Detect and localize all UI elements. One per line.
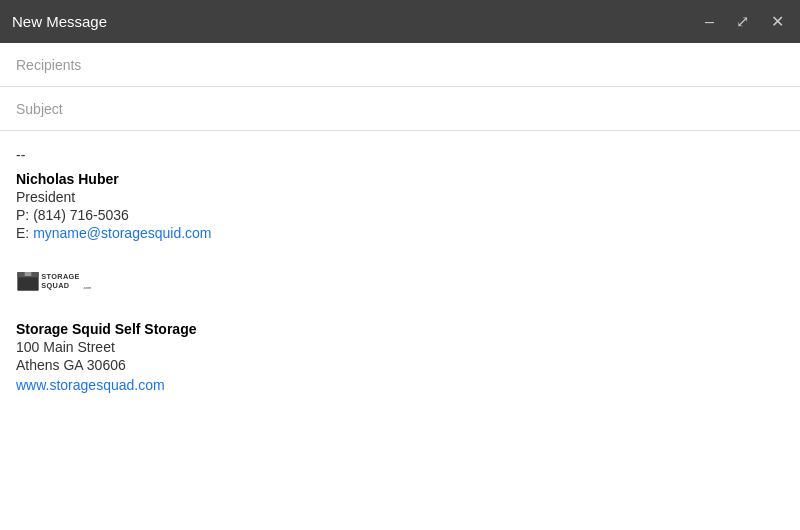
subject-input[interactable] (16, 101, 784, 117)
company-address: 100 Main Street (16, 339, 764, 355)
subject-row[interactable] (0, 87, 800, 131)
body-content: -- Nicholas Huber President P: (814) 716… (16, 147, 784, 393)
close-button[interactable]: ✕ (767, 12, 788, 32)
compose-area: -- Nicholas Huber President P: (814) 716… (0, 43, 800, 530)
website-link[interactable]: www.storagesquad.com (16, 377, 165, 393)
minimize-button[interactable]: – (701, 12, 718, 32)
window-controls: – ⤢ ✕ (701, 12, 788, 32)
svg-text:SQUAD: SQUAD (41, 281, 69, 290)
svg-text:.com: .com (83, 285, 92, 290)
recipients-input[interactable] (16, 57, 784, 73)
svg-text:STORAGE: STORAGE (41, 272, 79, 281)
title-bar: New Message – ⤢ ✕ (0, 0, 800, 43)
company-logo-area: STORAGE SQUAD .com (16, 255, 764, 305)
message-body[interactable]: -- Nicholas Huber President P: (814) 716… (0, 131, 800, 530)
phone-label: P: (16, 207, 29, 223)
recipients-row[interactable] (0, 43, 800, 87)
svg-rect-2 (25, 272, 32, 276)
company-name: Storage Squid Self Storage (16, 321, 764, 337)
sender-email: E: myname@storagesquid.com (16, 225, 764, 241)
sender-name: Nicholas Huber (16, 171, 764, 187)
email-link[interactable]: myname@storagesquid.com (33, 225, 211, 241)
sender-phone: P: (814) 716-5036 (16, 207, 764, 223)
window-title: New Message (12, 13, 107, 30)
maximize-button[interactable]: ⤢ (732, 12, 753, 32)
sender-title: President (16, 189, 764, 205)
company-city-state: Athens GA 30606 (16, 357, 764, 373)
email-label: E: (16, 225, 29, 241)
phone-number: (814) 716-5036 (33, 207, 129, 223)
company-website: www.storagesquad.com (16, 377, 764, 393)
signature-divider: -- (16, 147, 764, 163)
company-logo: STORAGE SQUAD .com (16, 255, 96, 305)
